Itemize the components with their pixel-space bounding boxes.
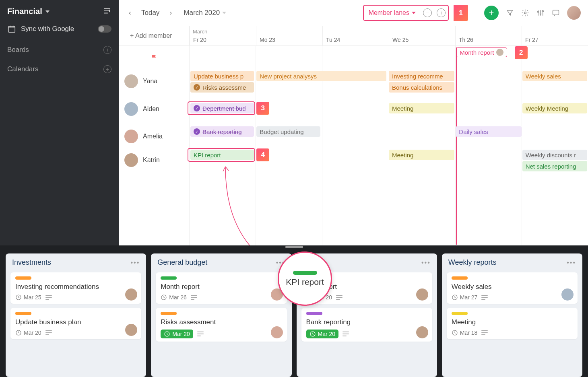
task-card[interactable]: Weekly sales	[522, 71, 587, 81]
board-menu-icon[interactable]: •••	[421, 259, 431, 266]
sidebar-section-boards[interactable]: Boards +	[0, 40, 119, 60]
callout-badge-3: 3	[256, 102, 269, 115]
member-lane-katrin[interactable]: Katrin	[119, 148, 189, 172]
member-lane-amelia[interactable]: Amelia	[119, 125, 189, 148]
card-title: Weekly sales	[452, 283, 573, 291]
task-card[interactable]: Month reportMar 26	[156, 272, 287, 304]
sync-toggle[interactable]	[98, 25, 111, 33]
workspace-selector[interactable]: Financial	[7, 7, 50, 16]
day-header: Th 26	[455, 26, 522, 45]
day-header: We 25	[389, 26, 455, 45]
task-card[interactable]: New project analysys	[256, 71, 386, 81]
avatar	[416, 326, 428, 338]
today-button[interactable]: Today	[139, 9, 162, 17]
month-selector[interactable]: March 2020	[184, 9, 226, 17]
card-title: Month report	[161, 283, 282, 291]
collapse-sidebar-icon[interactable]	[103, 6, 111, 16]
task-card[interactable]: Investing recomme	[389, 71, 454, 81]
next-period-button[interactable]: ›	[167, 9, 175, 17]
task-card[interactable]: Weekly Meeting	[522, 103, 587, 113]
card-date: Mar 25	[15, 294, 41, 301]
card-date: Mar 20	[161, 330, 193, 338]
svg-point-1	[524, 12, 526, 14]
task-card[interactable]: Daily sales	[456, 126, 521, 137]
task-card[interactable]: Budget updating	[256, 126, 320, 137]
add-calendar-icon[interactable]: +	[103, 65, 111, 73]
task-card[interactable]: ✓Risks assessme	[190, 82, 254, 93]
task-card[interactable]: MeetingMar 18	[447, 308, 578, 339]
month-label: March	[193, 29, 207, 35]
avatar	[124, 102, 138, 116]
description-icon	[342, 332, 349, 336]
check-icon: ✓	[194, 84, 200, 91]
task-card[interactable]: Update business p	[190, 71, 254, 81]
filter-icon[interactable]	[506, 9, 514, 17]
calendar-sync-icon	[7, 25, 16, 33]
avatar	[561, 288, 574, 301]
task-card[interactable]: Weekly discounts r	[522, 150, 587, 160]
sidebar: Financial Sync with Google Boards + Cale…	[0, 0, 119, 245]
board-column: Investments•••Investing recommendationsM…	[6, 253, 146, 377]
task-card[interactable]: ✓Depertment bud	[190, 103, 254, 113]
user-avatar[interactable]	[567, 6, 581, 20]
label-pill	[161, 276, 177, 280]
card-title: Bank reporting	[306, 318, 427, 326]
description-icon	[191, 295, 197, 300]
task-card[interactable]: Bank reportingMar 20	[301, 308, 432, 342]
zoom-out-button[interactable]: −	[423, 8, 432, 17]
task-card[interactable]: Risks assessmentMar 20	[156, 308, 287, 342]
avatar	[124, 130, 138, 143]
avatar	[124, 74, 138, 88]
prev-period-button[interactable]: ‹	[126, 9, 134, 17]
board-title: Weekly reports	[448, 258, 497, 267]
avatar	[124, 153, 138, 167]
task-card[interactable]: Weekly salesMar 27	[447, 272, 578, 304]
drag-handle[interactable]	[285, 246, 303, 248]
task-card[interactable]: Update business planMar 20	[10, 308, 141, 339]
timeline: + Add member Yana Aiden Amelia Katrin Ma…	[119, 26, 588, 245]
callout-badge-2: 2	[515, 46, 528, 59]
task-card[interactable]: Investing recommendationsMar 25	[10, 272, 141, 304]
sidebar-section-calendars[interactable]: Calendars +	[0, 60, 119, 79]
card-date: Mar 20	[15, 330, 41, 336]
card-date: Mar 27	[452, 294, 478, 301]
card-title: Meeting	[452, 318, 573, 326]
task-card[interactable]: ✓Bank reporting	[190, 126, 254, 137]
add-button[interactable]: +	[484, 6, 499, 20]
card-title: Update business plan	[15, 318, 136, 326]
svg-point-2	[538, 11, 539, 12]
chevron-down-icon	[412, 12, 416, 14]
board-menu-icon[interactable]: •••	[130, 259, 140, 266]
task-card[interactable]: Bonus calculations	[389, 82, 454, 93]
label-pill	[452, 312, 468, 315]
task-month-report[interactable]: Month report	[456, 47, 507, 57]
task-card[interactable]: Net sales reporting	[522, 161, 587, 171]
svg-rect-0	[8, 27, 15, 33]
add-board-icon[interactable]: +	[103, 46, 111, 54]
add-member-button[interactable]: + Add member	[119, 26, 189, 46]
sliders-icon[interactable]	[536, 9, 545, 17]
member-lane-yana[interactable]: Yana	[119, 70, 189, 93]
zoom-circle-annotation: KPI report	[278, 251, 332, 306]
flagged-lane[interactable]	[119, 46, 189, 70]
card-title: Investing recommendations	[15, 283, 136, 291]
view-mode-selector[interactable]: Member lanes	[364, 9, 421, 16]
task-card[interactable]: Meeting	[389, 150, 454, 160]
zoom-in-button[interactable]: +	[437, 8, 446, 17]
day-header: Tu 24	[322, 26, 389, 45]
card-title: Risks assessment	[161, 318, 282, 326]
svg-rect-5	[553, 10, 559, 15]
sync-google-row[interactable]: Sync with Google	[0, 21, 119, 40]
comment-icon[interactable]	[552, 9, 560, 17]
label-pill	[306, 312, 322, 315]
sync-label: Sync with Google	[21, 25, 74, 33]
gear-icon[interactable]	[521, 9, 529, 17]
board-title: General budget	[157, 258, 207, 267]
member-lane-aiden[interactable]: Aiden	[119, 93, 189, 125]
board-menu-icon[interactable]: •••	[567, 259, 576, 266]
avatar	[416, 288, 428, 301]
avatar	[496, 49, 503, 56]
task-card[interactable]: Meeting	[389, 103, 454, 113]
task-card[interactable]: KPI report	[190, 150, 254, 160]
board-column: General budget•••Month reportMar 26Risks…	[151, 253, 291, 377]
